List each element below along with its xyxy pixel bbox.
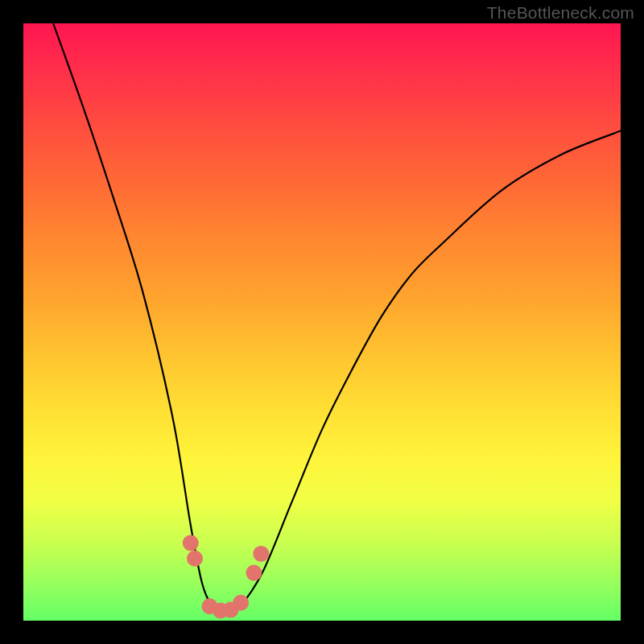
right-marker-upper — [253, 546, 269, 562]
curve-layer — [23, 23, 621, 621]
watermark-text: TheBottleneck.com — [487, 3, 634, 23]
plot-area — [23, 23, 621, 621]
bottleneck-curve — [53, 23, 621, 615]
left-marker-upper — [183, 535, 199, 551]
curve-markers — [183, 535, 269, 619]
left-marker-lower — [187, 551, 203, 567]
right-marker-lower — [246, 565, 262, 581]
chart-frame: TheBottleneck.com — [0, 0, 644, 644]
floor-marker-4 — [233, 595, 249, 611]
